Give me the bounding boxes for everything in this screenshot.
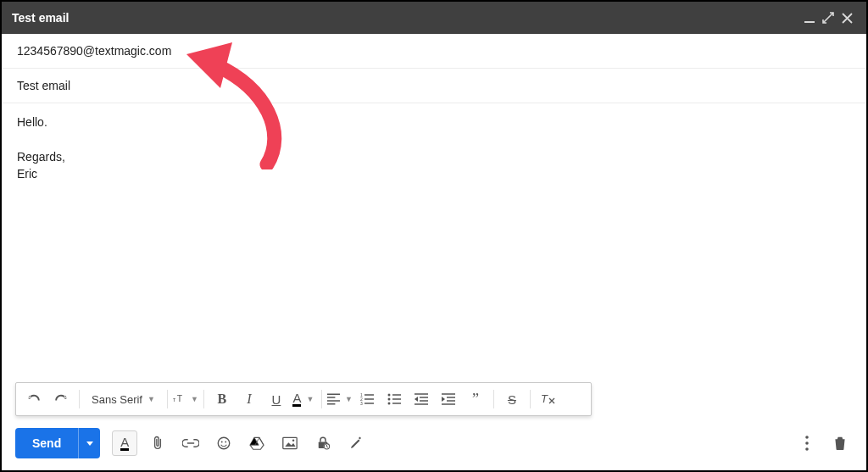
compose-titlebar[interactable]: Test email — [2, 2, 866, 34]
svg-marker-10 — [415, 397, 418, 402]
insert-link-button[interactable] — [178, 430, 203, 456]
svg-text:2: 2 — [360, 397, 363, 402]
svg-point-15 — [225, 441, 227, 443]
formatting-toolbar: Sans Serif▼ тT▼ B I U A▼ ▼ 123 — [15, 382, 592, 416]
body-line: Regards, — [17, 148, 851, 165]
svg-point-8 — [387, 398, 390, 401]
svg-text:т: т — [173, 397, 176, 403]
svg-point-7 — [387, 394, 390, 397]
redo-button[interactable] — [48, 386, 74, 412]
compose-window: Test email 1234567890@textmagic.com Test… — [0, 0, 868, 472]
svg-marker-18 — [286, 442, 296, 447]
separator — [79, 390, 80, 408]
indent-more-button[interactable] — [436, 386, 461, 412]
svg-text:1: 1 — [360, 393, 363, 397]
text-color-button[interactable]: A▼ — [291, 386, 316, 412]
svg-point-23 — [805, 436, 809, 439]
bold-button[interactable]: B — [209, 386, 235, 412]
underline-button[interactable]: U — [264, 386, 289, 412]
separator — [530, 390, 531, 408]
svg-rect-0 — [804, 21, 815, 23]
svg-text:T: T — [541, 392, 548, 405]
popout-button[interactable] — [819, 12, 837, 24]
svg-rect-17 — [283, 437, 297, 448]
subject-text: Test email — [17, 79, 70, 92]
attach-file-button[interactable] — [145, 430, 170, 456]
italic-button[interactable]: I — [236, 386, 262, 412]
recipient-chip[interactable]: 1234567890@textmagic.com — [17, 44, 171, 58]
font-size-button[interactable]: тT▼ — [173, 386, 198, 412]
formatting-toggle-button[interactable]: A — [112, 430, 137, 456]
message-body[interactable]: Hello. Regards, Eric — [2, 103, 866, 383]
action-bar: Send A — [15, 426, 853, 460]
insert-drive-button[interactable] — [244, 430, 270, 456]
undo-button[interactable] — [21, 386, 47, 412]
more-options-button[interactable] — [794, 430, 820, 456]
body-line: Hello. — [17, 114, 851, 130]
font-family-label: Sans Serif — [92, 393, 142, 406]
strikethrough-button[interactable]: S — [499, 386, 525, 412]
confidential-mode-button[interactable] — [310, 430, 336, 456]
separator — [493, 390, 494, 408]
svg-text:T: T — [177, 394, 183, 403]
align-button[interactable]: ▼ — [327, 386, 353, 412]
separator — [203, 390, 204, 408]
svg-point-9 — [387, 403, 390, 405]
subject-field[interactable]: Test email — [2, 69, 866, 103]
recipients-field[interactable]: 1234567890@textmagic.com — [2, 34, 866, 69]
body-line: Eric — [17, 165, 851, 182]
bulleted-list-button[interactable] — [381, 386, 407, 412]
svg-point-24 — [805, 441, 809, 445]
send-options-button[interactable] — [78, 428, 100, 458]
svg-marker-11 — [442, 397, 445, 402]
separator — [321, 390, 322, 408]
minimize-button[interactable] — [800, 12, 819, 24]
svg-point-19 — [292, 440, 294, 441]
svg-point-13 — [218, 437, 230, 449]
discard-draft-button[interactable] — [827, 430, 853, 456]
indent-less-button[interactable] — [409, 386, 434, 412]
insert-photo-button[interactable] — [277, 430, 303, 456]
svg-text:3: 3 — [360, 401, 363, 405]
close-button[interactable] — [837, 13, 856, 24]
window-title: Test email — [12, 11, 800, 25]
svg-point-25 — [805, 447, 809, 451]
remove-formatting-button[interactable]: T — [536, 386, 561, 412]
quote-button[interactable]: ” — [463, 386, 488, 412]
font-family-select[interactable]: Sans Serif▼ — [85, 386, 162, 412]
separator — [167, 390, 168, 408]
insert-signature-button[interactable] — [343, 430, 369, 456]
svg-point-14 — [221, 441, 223, 443]
insert-emoji-button[interactable] — [211, 430, 236, 456]
send-button[interactable]: Send — [15, 428, 78, 458]
numbered-list-button[interactable]: 123 — [354, 386, 380, 412]
